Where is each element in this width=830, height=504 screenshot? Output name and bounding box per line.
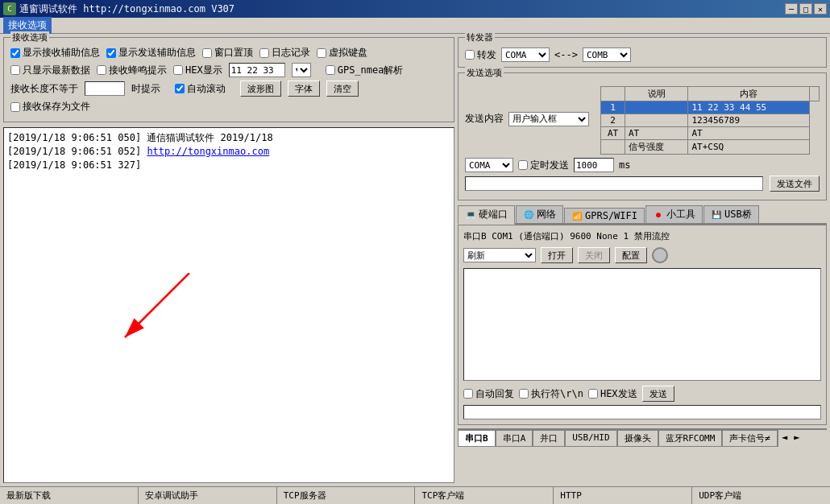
red-arrow-indicator <box>117 273 246 402</box>
send-options-box: 发送选项 发送内容 用户输入框 文件 说明 内 <box>458 72 827 200</box>
forward-comb-select[interactable]: COMB COMA <box>583 48 631 62</box>
send-content-row: 发送内容 用户输入框 文件 说明 内容 <box>465 83 820 155</box>
col-content: 内容 <box>688 87 810 101</box>
latest-data-checkbox[interactable]: 只显示最新数据 <box>10 64 90 77</box>
bottom-tab-bar: 串口B 串口A 并口 USB/HID 摄像头 蓝牙RFCOMM 声卡信号≠ ◄ … <box>458 428 827 447</box>
send-options-title: 发送选项 <box>465 67 504 79</box>
hex-display-checkbox[interactable]: HEX显示 <box>173 64 222 77</box>
bottom-tab-coma[interactable]: 串口A <box>496 430 533 447</box>
log-checkbox[interactable]: 日志记录 <box>259 46 310 60</box>
status-android[interactable]: 安卓调试助手 <box>139 487 277 504</box>
virtual-keyboard-checkbox[interactable]: 虚拟键盘 <box>317 46 367 60</box>
timed-ms-input[interactable] <box>574 158 614 172</box>
recv-line-3: [2019/1/18 9:06:51 327] <box>7 159 450 172</box>
com-config-button[interactable]: 配置 <box>615 247 647 263</box>
recv-length-input[interactable] <box>85 81 125 96</box>
send-mid-row: COMA COMB 定时发送 ms <box>465 158 820 172</box>
com-control-row: 刷新 打开 关闭 配置 <box>463 247 821 263</box>
forward-checkbox[interactable]: 转发 <box>465 48 496 62</box>
hw-send-input-row <box>463 405 821 419</box>
recv-link[interactable]: http://tongxinmao.com <box>147 146 269 157</box>
bottom-tab-bluetooth[interactable]: 蓝牙RFCOMM <box>658 430 723 447</box>
font-button[interactable]: 字体 <box>288 81 320 97</box>
recv-options-title: 接收选项 <box>10 31 49 43</box>
forward-arrow: <--> <box>554 49 578 60</box>
close-button[interactable]: ✕ <box>814 3 827 14</box>
row-content: AT+CSQ <box>688 140 810 155</box>
svg-line-1 <box>125 273 189 337</box>
com-close-button[interactable]: 关闭 <box>578 247 610 263</box>
send-com-select[interactable]: COMA COMB <box>465 158 513 172</box>
maximize-button[interactable]: □ <box>799 3 812 14</box>
row-desc: 信号强度 <box>625 140 688 155</box>
save-file-checkbox[interactable]: 接收保存为文件 <box>10 100 90 114</box>
row-content: AT <box>688 127 810 140</box>
auto-scroll-checkbox[interactable]: 自动滚动 <box>175 82 226 96</box>
com-refresh-select[interactable]: 刷新 <box>463 248 536 262</box>
bottom-tab-next[interactable]: ► <box>791 430 803 447</box>
status-tcp-client[interactable]: TCP客户端 <box>415 487 554 504</box>
forward-coma-select[interactable]: COMA COMB <box>501 48 550 62</box>
show-recv-info-checkbox[interactable]: 显示接收辅助信息 <box>10 46 100 60</box>
row-content: 123456789 <box>688 114 810 127</box>
hw-send-button[interactable]: 发送 <box>642 386 674 402</box>
status-download[interactable]: 最新版下载 <box>0 487 139 504</box>
left-panel: 接收选项 显示接收辅助信息 显示发送辅助信息 窗口置顶 日志记录 虚拟键盘 <box>3 37 454 483</box>
com-display <box>463 268 821 381</box>
hex-input[interactable] <box>229 63 285 77</box>
bottom-tab-comb[interactable]: 串口B <box>458 430 496 447</box>
usb-icon: 💾 <box>711 209 722 221</box>
send-content-select[interactable]: 用户输入框 文件 <box>508 112 589 126</box>
gps-checkbox[interactable]: GPS_nmea解析 <box>326 64 404 77</box>
send-file-button[interactable]: 发送文件 <box>770 176 820 192</box>
tab-tools[interactable]: ● 小工具 <box>645 205 703 223</box>
table-row[interactable]: 2 123456789 <box>601 114 820 127</box>
timed-send-checkbox[interactable]: 定时发送 <box>518 159 569 172</box>
window-top-checkbox[interactable]: 窗口置顶 <box>202 46 253 60</box>
table-row[interactable]: 信号强度 AT+CSQ <box>601 140 820 155</box>
hex-select[interactable]: ▼ <box>292 63 311 77</box>
send-content-label: 发送内容 <box>465 112 504 126</box>
hardware-icon: 💻 <box>465 209 476 221</box>
row-content: 11 22 33 44 55 <box>688 101 810 114</box>
bottom-tab-usbhid[interactable]: USB/HID <box>565 430 616 447</box>
menu-bar: 接收选项 <box>0 18 830 34</box>
clear-button[interactable]: 清空 <box>326 81 359 97</box>
tab-usbbridge[interactable]: 💾 USB桥 <box>703 205 759 223</box>
status-http[interactable]: HTTP <box>554 487 692 504</box>
minimize-button[interactable]: ─ <box>785 3 798 14</box>
hardware-tabs-container: 💻 硬端口 🌐 网络 📶 GPRS/WIFI ● 小工具 💾 USB <box>458 205 827 425</box>
send-file-input[interactable] <box>465 176 763 191</box>
bottom-tab-sound[interactable]: 声卡信号≠ <box>722 430 778 447</box>
row-desc <box>625 114 688 127</box>
line-end-checkbox[interactable]: 执行符\r\n <box>519 387 583 401</box>
status-tcp-server[interactable]: TCP服务器 <box>277 487 416 504</box>
tab-hardware[interactable]: 💻 硬端口 <box>458 205 515 225</box>
title-bar-controls: ─ □ ✕ <box>785 3 827 14</box>
auto-reply-checkbox[interactable]: 自动回复 <box>463 387 514 401</box>
hw-send-input[interactable] <box>463 405 821 419</box>
recv-line-2: [2019/1/18 9:06:51 052] http://tongxinma… <box>7 145 450 159</box>
wave-button[interactable]: 波形图 <box>240 81 281 97</box>
table-row[interactable]: 1 11 22 33 44 55 <box>601 101 820 114</box>
table-row[interactable]: AT AT AT <box>601 127 820 140</box>
show-send-info-checkbox[interactable]: 显示发送辅助信息 <box>106 46 196 60</box>
tab-gprs[interactable]: 📶 GPRS/WIFI <box>564 208 645 223</box>
tab-network[interactable]: 🌐 网络 <box>516 205 563 223</box>
col-scroll <box>810 87 820 101</box>
forwarder-title: 转发器 <box>465 31 495 43</box>
bottom-tab-parallel[interactable]: 并口 <box>533 430 565 447</box>
network-icon: 🌐 <box>523 209 534 221</box>
recv-options-group: 接收选项 显示接收辅助信息 显示发送辅助信息 窗口置顶 日志记录 虚拟键盘 <box>3 37 454 122</box>
options-row-2: 只显示最新数据 接收蜂鸣提示 HEX显示 ▼ GPS_nmea解析 <box>10 63 447 77</box>
row-desc: AT <box>625 127 688 140</box>
beep-checkbox[interactable]: 接收蜂鸣提示 <box>97 64 167 77</box>
title-bar: C 通窗调试软件 http://tongxinmao.com V307 ─ □ … <box>0 0 830 18</box>
status-udp[interactable]: UDP客户端 <box>692 487 830 504</box>
bottom-tab-camera[interactable]: 摄像头 <box>617 430 658 447</box>
bottom-tab-more[interactable]: ◄ <box>778 430 791 447</box>
com-open-button[interactable]: 打开 <box>541 247 573 263</box>
options-row-1: 显示接收辅助信息 显示发送辅助信息 窗口置顶 日志记录 虚拟键盘 <box>10 46 447 60</box>
row-num: 1 <box>601 101 625 114</box>
hex-send-checkbox[interactable]: HEX发送 <box>588 387 637 401</box>
